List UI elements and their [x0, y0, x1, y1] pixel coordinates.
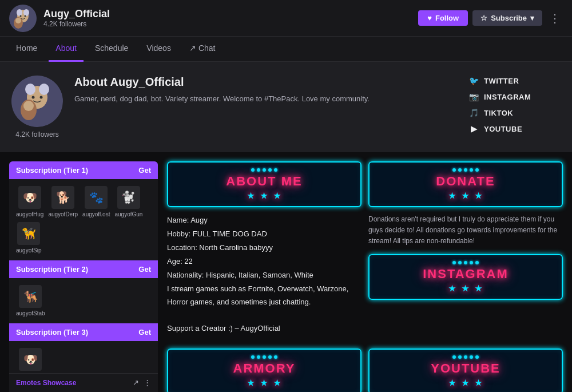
emote-icon-augyofAww[interactable]: 🐶	[19, 348, 42, 371]
emote-name-augyofSip: augyofSip	[16, 247, 41, 254]
neon-dot	[458, 355, 462, 359]
channel-followers: 4.2K followers	[43, 20, 418, 28]
page-header: Augy_Official 4.2K followers ♥ Follow ☆ …	[0, 0, 572, 37]
svg-point-3	[23, 9, 29, 16]
star-icon: ☆	[480, 14, 487, 22]
social-instagram[interactable]: 📷 INSTAGRAM	[469, 92, 561, 102]
tier1-header: Subscription (Tier 1) Get	[9, 161, 158, 179]
tier2-label: Subscription (Tier 2)	[16, 265, 88, 274]
bio-location: Location: North Carolina babyyy	[167, 241, 362, 254]
neon-star: ★	[475, 284, 483, 293]
donate-text: Donations aren't required but I truly do…	[368, 214, 563, 247]
nav-videos[interactable]: Videos	[140, 37, 178, 62]
neon-star: ★	[475, 191, 483, 200]
emote-icon-augyoflost[interactable]: 🐾	[85, 186, 108, 209]
neon-star: ★	[462, 284, 470, 293]
about-section: 4.2K followers About Augy_Official Gamer…	[0, 62, 572, 152]
emotes-panel: Subscription (Tier 1) Get 🐶 augyofHug 🐕 …	[9, 161, 158, 392]
about-description: Gamer, nerd, dog dad, bot. Variety strea…	[74, 93, 458, 105]
about-avatar-wrap: 4.2K followers	[11, 76, 63, 138]
nav-chat[interactable]: ↗ Chat	[182, 37, 223, 62]
tier2-section: Subscription (Tier 2) Get 🐕‍🦺 augyofStab	[9, 260, 158, 323]
neon-dots-top	[381, 168, 550, 172]
external-link-icon: ↗	[189, 43, 196, 53]
svg-point-15	[23, 101, 34, 111]
neon-star: ★	[448, 191, 457, 200]
more-options-button[interactable]: ⋮	[547, 9, 563, 27]
bio-name: Name: Augy	[167, 214, 362, 227]
youtube-banner[interactable]: YOUTUBE ★ ★ ★	[368, 349, 563, 392]
armory-panel: ARMORY ★ ★ ★ Peripherals:	[167, 349, 362, 392]
emote-name-augyofDerp: augyofDerp	[48, 211, 78, 217]
neon-dot	[470, 355, 473, 359]
tier3-get-button[interactable]: Get	[138, 328, 151, 336]
main-content: Subscription (Tier 1) Get 🐶 augyofHug 🐕 …	[0, 152, 572, 392]
social-tiktok[interactable]: 🎵 TikTok	[469, 108, 561, 118]
neon-stars: ★ ★ ★	[381, 284, 550, 293]
emote-name-augyofHug: augyofHug	[16, 211, 43, 217]
tier1-section: Subscription (Tier 1) Get 🐶 augyofHug 🐕 …	[9, 161, 158, 260]
donate-banner[interactable]: DONATE ★ ★ ★	[368, 161, 563, 207]
emote-augyoflost: 🐾 augyofl.ost	[82, 186, 110, 217]
svg-point-2	[17, 9, 22, 16]
emotes-showcase-link[interactable]: Emotes Showcase	[16, 379, 76, 387]
tier2-emotes: 🐕‍🦺 augyofStab	[9, 278, 158, 323]
neon-stars: ★ ★ ★	[180, 191, 349, 200]
emote-icon-augyofSip[interactable]: 🦮	[17, 222, 40, 245]
about-title: About Augy_Official	[74, 76, 458, 89]
nav-schedule[interactable]: Schedule	[88, 37, 135, 62]
emote-icon-augyofDerp[interactable]: 🐕	[51, 186, 74, 209]
neon-star: ★	[462, 378, 470, 387]
neon-star: ★	[273, 378, 282, 387]
emote-icon-augyofHug[interactable]: 🐶	[18, 186, 41, 209]
svg-point-5	[25, 15, 26, 17]
channel-name: Augy_Official	[43, 8, 418, 20]
neon-star: ★	[247, 191, 256, 200]
tier1-emotes: 🐶 augyofHug 🐕 augyofDerp 🐾 augyofl.ost 🐩…	[9, 179, 158, 260]
svg-point-12	[32, 96, 35, 99]
nav-home[interactable]: Home	[9, 37, 44, 62]
subscribe-button[interactable]: ☆ Subscribe ▾	[472, 10, 542, 26]
neon-dot	[464, 261, 467, 264]
neon-dot	[475, 355, 479, 359]
neon-dots-top	[381, 261, 550, 264]
emote-augyofStab: 🐕‍🦺 augyofStab	[16, 285, 45, 316]
nav-about[interactable]: About	[49, 37, 84, 62]
follow-button[interactable]: ♥ Follow	[418, 10, 468, 26]
tier2-get-button[interactable]: Get	[138, 265, 151, 274]
emote-icon-augyofGun[interactable]: 🐩	[117, 186, 140, 209]
youtube-icon: ▶	[469, 124, 479, 134]
emote-icon-augyofStab[interactable]: 🐕‍🦺	[19, 285, 42, 308]
armory-banner[interactable]: ARMORY ★ ★ ★	[167, 349, 362, 392]
menu-icon[interactable]: ⋮	[144, 378, 151, 387]
neon-star: ★	[448, 284, 457, 293]
neon-dot	[263, 355, 266, 359]
emote-name-augyofStab: augyofStab	[16, 310, 45, 316]
svg-point-11	[39, 84, 49, 95]
donate-panel: DONATE ★ ★ ★ Donations aren't required b…	[368, 161, 563, 342]
neon-star: ★	[260, 191, 269, 200]
top-row-panels: ABOUT ME ★ ★ ★ Name: Augy Hobby: FULL TI…	[167, 161, 563, 342]
neon-star: ★	[273, 191, 282, 200]
social-links: 🐦 TWITTER 📷 INSTAGRAM 🎵 TikTok ▶ YouTube	[469, 76, 561, 134]
instagram-banner[interactable]: INSTAGRAM ★ ★ ★	[368, 254, 563, 300]
tier3-emotes: 🐶 augyofAww	[9, 341, 158, 373]
social-twitter[interactable]: 🐦 TWITTER	[469, 76, 561, 86]
neon-star: ★	[448, 378, 457, 387]
about-me-banner[interactable]: ABOUT ME ★ ★ ★	[167, 161, 362, 207]
channel-avatar	[9, 5, 37, 32]
tier3-section: Subscription (Tier 3) Get 🐶 augyofAww	[9, 323, 158, 373]
neon-star: ★	[260, 378, 269, 387]
emotes-scroll[interactable]: Subscription (Tier 1) Get 🐶 augyofHug 🐕 …	[9, 161, 158, 373]
social-youtube[interactable]: ▶ YouTube	[469, 124, 561, 134]
neon-dot	[458, 168, 462, 172]
neon-dot	[251, 355, 255, 359]
tier1-get-button[interactable]: Get	[138, 166, 151, 175]
about-me-panel: ABOUT ME ★ ★ ★ Name: Augy Hobby: FULL TI…	[167, 161, 362, 342]
emotes-footer: Emotes Showcase ↗ ⋮	[9, 373, 158, 391]
tier2-header: Subscription (Tier 2) Get	[9, 260, 158, 278]
external-icon[interactable]: ↗	[133, 378, 139, 387]
about-avatar	[11, 76, 63, 127]
twitter-icon: 🐦	[469, 76, 479, 86]
neon-dot	[452, 261, 456, 264]
